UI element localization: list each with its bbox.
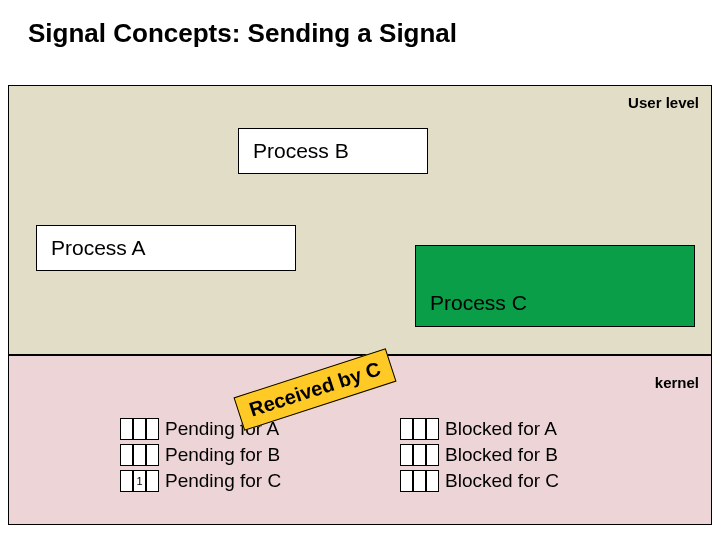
bit [120, 470, 133, 492]
kernel-label: kernel [655, 374, 699, 391]
bit [426, 444, 439, 466]
process-c-box: Process C [415, 245, 695, 327]
blocked-c-label: Blocked for C [445, 470, 559, 492]
bit [146, 470, 159, 492]
bit [426, 418, 439, 440]
bit [120, 418, 133, 440]
blocked-b-bits [400, 444, 439, 466]
pending-b-bits [120, 444, 159, 466]
pending-c-label: Pending for C [165, 470, 281, 492]
bit [413, 470, 426, 492]
bit [133, 418, 146, 440]
pending-b-label: Pending for B [165, 444, 280, 466]
blocked-a-bits [400, 418, 439, 440]
process-b-box: Process B [238, 128, 428, 174]
bit [120, 444, 133, 466]
bit [146, 418, 159, 440]
blocked-a-label: Blocked for A [445, 418, 557, 440]
bit [413, 444, 426, 466]
user-level-label: User level [628, 94, 699, 111]
blocked-b-label: Blocked for B [445, 444, 558, 466]
bit [400, 444, 413, 466]
bit [400, 470, 413, 492]
bit [400, 418, 413, 440]
slide-title: Signal Concepts: Sending a Signal [28, 18, 457, 49]
bit [426, 470, 439, 492]
pending-c-bits: 1 [120, 470, 159, 492]
bit [133, 444, 146, 466]
bit [413, 418, 426, 440]
pending-a-bits [120, 418, 159, 440]
bit [146, 444, 159, 466]
process-a-box: Process A [36, 225, 296, 271]
bit-set: 1 [133, 470, 146, 492]
blocked-c-bits [400, 470, 439, 492]
